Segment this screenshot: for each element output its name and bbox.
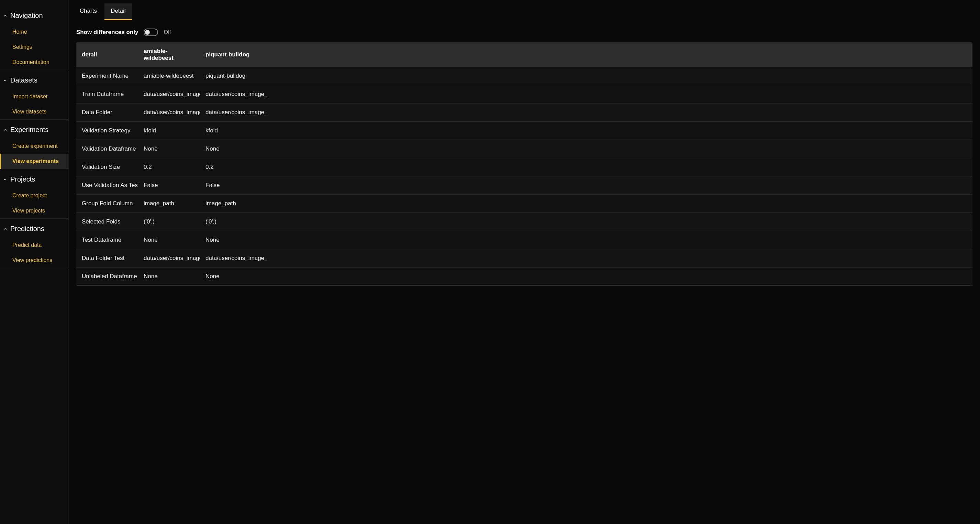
table-row: Validation Strategykfoldkfold xyxy=(76,122,972,140)
detail-value-cell: None xyxy=(138,268,200,286)
diff-toggle-state: Off xyxy=(164,29,171,35)
tab-bar: ChartsDetail xyxy=(69,0,980,20)
detail-value-cell: kfold xyxy=(138,122,200,140)
nav-item[interactable]: View predictions xyxy=(0,253,68,268)
detail-value-cell: data/user/coins_image_ xyxy=(200,104,972,122)
nav-item[interactable]: Settings xyxy=(0,40,68,55)
detail-value-cell: data/user/coins_image_ xyxy=(200,85,972,104)
table-row: Validation DataframeNoneNone xyxy=(76,140,972,158)
detail-value-cell: ('0',) xyxy=(138,213,200,231)
detail-table-container: detailamiable-wildebeestpiquant-bulldog … xyxy=(76,42,972,516)
nav-section: ExperimentsCreate experimentView experim… xyxy=(0,121,68,169)
nav-item[interactable]: Create project xyxy=(0,188,68,203)
detail-value-cell: None xyxy=(200,140,972,158)
detail-value-cell: 0.2 xyxy=(138,158,200,177)
nav-section-header[interactable]: Datasets xyxy=(0,72,68,89)
chevron-up-icon xyxy=(3,127,8,132)
nav-item[interactable]: Documentation xyxy=(0,55,68,70)
chevron-up-icon xyxy=(3,177,8,182)
table-row: Train Dataframedata/user/coins_image_dat… xyxy=(76,85,972,104)
nav-section: ProjectsCreate projectView projects xyxy=(0,170,68,219)
detail-name-cell: Use Validation As Test D xyxy=(76,177,138,194)
column-header[interactable]: detail xyxy=(76,42,138,67)
nav-item[interactable]: View experiments xyxy=(0,154,68,169)
chevron-up-icon xyxy=(3,78,8,83)
nav-item[interactable]: Home xyxy=(0,24,68,40)
detail-name-cell: Validation Strategy xyxy=(76,122,138,140)
nav-section-header[interactable]: Predictions xyxy=(0,220,68,237)
nav-section-title: Navigation xyxy=(10,12,43,20)
detail-value-cell: None xyxy=(200,268,972,286)
detail-value-cell: False xyxy=(200,177,972,194)
chevron-up-icon xyxy=(3,226,8,231)
detail-value-cell: image_path xyxy=(200,194,972,213)
detail-name-cell: Train Dataframe xyxy=(76,85,138,104)
table-row: Group Fold Columnimage_pathimage_path xyxy=(76,194,972,213)
diff-toggle[interactable] xyxy=(144,29,158,36)
table-row: Experiment Nameamiable-wildebeestpiquant… xyxy=(76,67,972,85)
table-row: Data Folderdata/user/coins_image_data/us… xyxy=(76,104,972,122)
detail-table: detailamiable-wildebeestpiquant-bulldog … xyxy=(76,42,972,286)
detail-value-cell: amiable-wildebeest xyxy=(138,67,200,85)
detail-value-cell: data/user/coins_image_ xyxy=(138,249,200,268)
table-row: Validation Size0.20.2 xyxy=(76,158,972,177)
table-row: Use Validation As Test DFalseFalse xyxy=(76,177,972,194)
nav-item[interactable]: View projects xyxy=(0,203,68,218)
column-header[interactable]: piquant-bulldog xyxy=(200,42,972,67)
detail-table-scroll[interactable]: detailamiable-wildebeestpiquant-bulldog … xyxy=(76,42,972,516)
detail-value-cell: kfold xyxy=(200,122,972,140)
detail-name-cell: Unlabeled Dataframe xyxy=(76,268,138,286)
detail-name-cell: Selected Folds xyxy=(76,213,138,231)
nav-section-header[interactable]: Navigation xyxy=(0,7,68,24)
nav-section-title: Predictions xyxy=(10,225,45,233)
detail-name-cell: Validation Dataframe xyxy=(76,140,138,158)
detail-name-cell: Data Folder Test xyxy=(76,249,138,268)
nav-item[interactable]: View datasets xyxy=(0,104,68,119)
nav-section: NavigationHomeSettingsDocumentation xyxy=(0,7,68,70)
nav-section-title: Datasets xyxy=(10,76,37,84)
tab-detail[interactable]: Detail xyxy=(105,3,132,20)
nav-section-title: Projects xyxy=(10,175,35,183)
detail-value-cell: None xyxy=(200,231,972,249)
nav-item[interactable]: Predict data xyxy=(0,237,68,253)
detail-name-cell: Test Dataframe xyxy=(76,231,138,249)
table-row: Test DataframeNoneNone xyxy=(76,231,972,249)
nav-section: PredictionsPredict dataView predictions xyxy=(0,220,68,268)
nav-section-header[interactable]: Experiments xyxy=(0,121,68,139)
detail-value-cell: None xyxy=(138,231,200,249)
table-row: Unlabeled DataframeNoneNone xyxy=(76,268,972,286)
main-content: ChartsDetail Show differences only Off d… xyxy=(69,0,980,524)
detail-value-cell: None xyxy=(138,140,200,158)
chevron-up-icon xyxy=(3,13,8,18)
detail-value-cell: 0.2 xyxy=(200,158,972,177)
table-row: Data Folder Testdata/user/coins_image_da… xyxy=(76,249,972,268)
sidebar: NavigationHomeSettingsDocumentationDatas… xyxy=(0,0,69,524)
detail-value-cell: False xyxy=(138,177,200,194)
detail-value-cell: data/user/coins_image_ xyxy=(200,249,972,268)
nav-item[interactable]: Create experiment xyxy=(0,139,68,154)
diff-toggle-label: Show differences only xyxy=(76,29,138,36)
detail-value-cell: data/user/coins_image_ xyxy=(138,85,200,104)
toggle-knob xyxy=(145,30,150,35)
detail-value-cell: ('0',) xyxy=(200,213,972,231)
nav-section-header[interactable]: Projects xyxy=(0,170,68,188)
nav-section: DatasetsImport datasetView datasets xyxy=(0,72,68,119)
detail-name-cell: Data Folder xyxy=(76,104,138,122)
table-row: Selected Folds('0',)('0',) xyxy=(76,213,972,231)
detail-name-cell: Group Fold Column xyxy=(76,194,138,213)
controls-row: Show differences only Off xyxy=(69,20,980,42)
column-header[interactable]: amiable-wildebeest xyxy=(138,42,200,67)
detail-value-cell: data/user/coins_image_ xyxy=(138,104,200,122)
detail-value-cell: piquant-bulldog xyxy=(200,67,972,85)
detail-name-cell: Validation Size xyxy=(76,158,138,177)
detail-name-cell: Experiment Name xyxy=(76,67,138,85)
tab-charts[interactable]: Charts xyxy=(73,3,103,20)
nav-section-title: Experiments xyxy=(10,126,48,134)
detail-value-cell: image_path xyxy=(138,194,200,213)
nav-item[interactable]: Import dataset xyxy=(0,89,68,104)
